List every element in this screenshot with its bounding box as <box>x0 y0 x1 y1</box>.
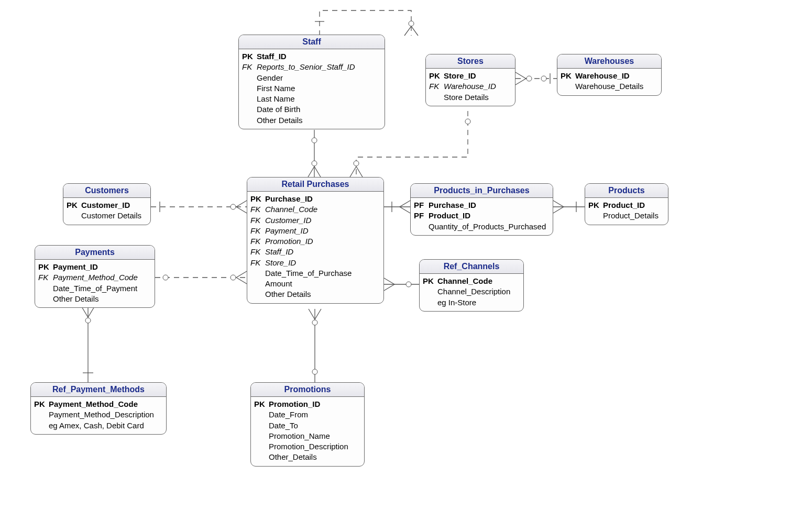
attr-row: FKStore_ID <box>250 258 380 268</box>
attr-name: Date_To <box>269 420 298 431</box>
attr-row: eg In-Store <box>423 297 520 308</box>
entity-attrs-payments: PKPayment_IDFKPayment_Method_CodeDate_Ti… <box>35 260 155 307</box>
entity-title: Retail Purchases <box>247 178 383 192</box>
entity-attrs-products: PKProduct_IDProduct_Details <box>585 198 668 225</box>
attr-row: First Name <box>242 83 381 94</box>
attr-row: FKReports_to_Senior_Staff_ID <box>242 62 381 72</box>
entity-attrs-customers: PKCustomer_IDCustomer Details <box>63 198 150 225</box>
attr-row: FKWarehouse_ID <box>429 81 512 92</box>
attr-row: PKStaff_ID <box>242 51 381 62</box>
attr-row: PFProduct_ID <box>414 210 550 221</box>
svg-point-18 <box>85 318 91 323</box>
entity-warehouses: Warehouses PKWarehouse_IDWarehouse_Detai… <box>557 54 662 96</box>
attr-name: eg Amex, Cash, Debit Card <box>49 420 144 431</box>
attr-name: Product_ID <box>429 210 470 221</box>
svg-point-7 <box>312 161 317 166</box>
attr-row: PKStore_ID <box>429 71 512 81</box>
attr-name: Date_From <box>269 409 308 420</box>
attr-row: Date_Time_of_Payment <box>38 283 151 294</box>
entity-ref-payment-methods: Ref_Payment_Methods PKPayment_Method_Cod… <box>30 382 167 435</box>
attr-name: Reports_to_Senior_Staff_ID <box>257 62 355 72</box>
attr-key: PK <box>242 51 257 62</box>
attr-name: Payment_Method_Code <box>49 399 138 409</box>
attr-name: Promotion_ID <box>269 399 320 409</box>
attr-row: Other_Details <box>254 452 361 462</box>
entity-attrs-products_in_purchases: PFPurchase_IDPFProduct_IDQuantity_of_Pro… <box>411 198 553 235</box>
entity-attrs-promotions: PKPromotion_IDDate_FromDate_ToPromotion_… <box>251 397 364 466</box>
attr-key: FK <box>250 247 265 257</box>
attr-row: Product_Details <box>588 210 665 221</box>
attr-row: PKChannel_Code <box>423 276 520 286</box>
attr-row: PKCustomer_ID <box>67 200 147 210</box>
entity-retail-purchases: Retail Purchases PKPurchase_IDFKChannel_… <box>247 177 384 304</box>
attr-name: Product_ID <box>603 200 645 210</box>
svg-point-10 <box>354 161 359 166</box>
attr-name: Purchase_ID <box>265 194 313 204</box>
entity-attrs-ref_payment_methods: PKPayment_Method_CodePayment_Method_Desc… <box>31 397 166 434</box>
attr-name: Date_Time_of_Payment <box>53 283 137 294</box>
attr-key: PK <box>588 200 603 210</box>
entity-title: Customers <box>63 184 150 198</box>
svg-point-21 <box>312 320 317 325</box>
entity-customers: Customers PKCustomer_IDCustomer Details <box>63 183 151 225</box>
attr-name: Staff_ID <box>265 247 293 257</box>
entity-attrs-warehouses: PKWarehouse_IDWarehouse_Details <box>557 69 661 95</box>
entity-title: Warehouses <box>557 54 661 69</box>
attr-name: Channel_Code <box>265 204 317 215</box>
attr-name: Gender <box>257 73 283 83</box>
entity-title: Ref_Payment_Methods <box>31 383 166 397</box>
attr-key: PK <box>254 399 269 409</box>
attr-name: Product_Details <box>603 210 659 221</box>
attr-name: Warehouse_Details <box>575 81 643 92</box>
attr-key: PF <box>414 210 429 221</box>
attr-row: FKCustomer_ID <box>250 215 380 226</box>
attr-row: PKPromotion_ID <box>254 399 361 409</box>
attr-row: PKPurchase_ID <box>250 194 380 204</box>
entity-title: Promotions <box>251 383 364 397</box>
attr-row: Warehouse_Details <box>561 81 658 92</box>
attr-name: Amount <box>265 279 292 289</box>
attr-name: Payment_Method_Code <box>53 272 138 283</box>
attr-row: Date_To <box>254 420 361 431</box>
attr-name: Staff_ID <box>257 51 287 62</box>
entity-title: Products_in_Purchases <box>411 184 553 198</box>
attr-name: Promotion_Description <box>269 441 348 452</box>
attr-name: Payment_Method_Description <box>49 409 154 420</box>
attr-row: Other Details <box>242 115 381 126</box>
attr-row: Channel_Description <box>423 286 520 297</box>
attr-row: FKStaff_ID <box>250 247 380 257</box>
attr-key: PK <box>423 276 437 286</box>
attr-key: FK <box>250 236 265 247</box>
entity-title: Staff <box>239 35 385 49</box>
attr-name: Store Details <box>444 92 489 103</box>
svg-point-24 <box>406 282 411 287</box>
attr-row: Promotion_Name <box>254 431 361 441</box>
svg-point-4 <box>541 76 546 81</box>
entity-payments: Payments PKPayment_IDFKPayment_Method_Co… <box>35 245 155 308</box>
attr-row: Amount <box>250 279 380 289</box>
entity-ref-channels: Ref_Channels PKChannel_CodeChannel_Descr… <box>419 259 524 312</box>
attr-row: Date of Birth <box>242 104 381 115</box>
attr-name: Payment_ID <box>53 262 98 272</box>
attr-name: eg In-Store <box>437 297 476 308</box>
svg-point-9 <box>465 119 470 124</box>
attr-name: Other_Details <box>269 452 317 462</box>
attr-row: Date_From <box>254 409 361 420</box>
attr-name: Other Details <box>265 289 311 300</box>
attr-row: Gender <box>242 73 381 83</box>
attr-row: PKPayment_Method_Code <box>34 399 163 409</box>
entity-title: Products <box>585 184 668 198</box>
attr-key: FK <box>250 258 265 268</box>
attr-key: PK <box>429 71 444 81</box>
attr-row: Other Details <box>38 294 151 304</box>
attr-name: Warehouse_ID <box>444 81 496 92</box>
attr-key: PK <box>34 399 49 409</box>
attr-name: Purchase_ID <box>429 200 476 210</box>
entity-promotions: Promotions PKPromotion_IDDate_FromDate_T… <box>250 382 365 467</box>
entity-attrs-retail_purchases: PKPurchase_IDFKChannel_CodeFKCustomer_ID… <box>247 192 383 303</box>
attr-row: Last Name <box>242 94 381 104</box>
attr-name: Payment_ID <box>265 226 309 236</box>
entity-products: Products PKProduct_IDProduct_Details <box>585 183 668 225</box>
svg-point-8 <box>312 138 317 143</box>
attr-name: Channel_Code <box>437 276 492 286</box>
